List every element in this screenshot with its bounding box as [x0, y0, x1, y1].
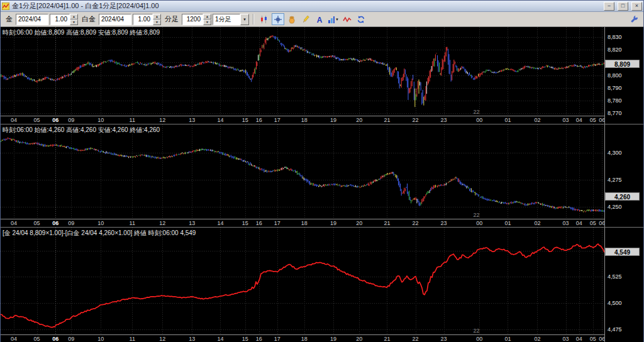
platinum-chart-panel: 時刻:06:00 始値:4,260 高値:4,260 安値:4,260 終値:4… [1, 124, 643, 228]
x-axis-label: 17 [273, 336, 282, 342]
last-price-badge: 4,260 [605, 192, 640, 201]
toolbar: 金 2024/04 1.00 ▲ ▼ 白金 2024/04 1.00 ▲ ▼ 分… [1, 12, 643, 27]
oscillator-chart-button[interactable] [341, 13, 353, 25]
gold-multiplier-field[interactable]: 1.00 [50, 14, 70, 25]
maximize-button[interactable]: □ [618, 2, 628, 11]
platinum-info-line: 時刻:06:00 始値:4,260 高値:4,260 安値:4,260 終値:4… [3, 126, 160, 135]
x-axis-label: 13 [187, 220, 196, 226]
y-axis-label: 4,275 [608, 177, 622, 183]
x-axis-label: 05 [33, 336, 42, 342]
gold-month-field[interactable]: 2024/04 [16, 14, 48, 25]
platinum-x-axis: 0405060910111213141516171819202122230001… [1, 219, 604, 227]
x-axis-label: 03 [562, 220, 570, 226]
x-axis-label: 20 [355, 336, 364, 342]
x-axis-label: 15 [241, 336, 250, 342]
y-axis-label: 4,500 [608, 300, 622, 306]
close-button[interactable]: × [631, 2, 642, 11]
x-axis-label: 23 [440, 117, 448, 123]
x-axis-label: 17 [273, 220, 282, 226]
spread-info-line: [金 24/04 8,809×1.00]-[白金 24/04 4,260×1.0… [3, 229, 196, 238]
x-axis-label: 04 [575, 336, 584, 342]
wrench-icon [630, 15, 639, 24]
x-axis-label: 21 [382, 220, 391, 226]
y-axis-label: 8,770 [608, 110, 622, 116]
x-axis-label: 06 [597, 336, 604, 342]
x-axis-label: 11 [128, 220, 136, 226]
indicator-menu-button[interactable]: ▼ [327, 13, 340, 25]
pan-hand-icon [287, 15, 296, 24]
x-axis-label: 05 [589, 117, 597, 123]
x-axis-label: 15 [241, 117, 250, 123]
gold-x-axis: 0405060910111213141516171819202122230001… [1, 116, 604, 124]
crosshair-button[interactable] [272, 13, 284, 25]
x-axis-label: 10 [96, 336, 105, 342]
x-axis-label: 21 [382, 336, 391, 342]
x-axis-label: 03 [562, 117, 570, 123]
x-axis-label: 14 [216, 117, 225, 123]
period-dropdown-button[interactable]: ▼ [240, 14, 249, 25]
x-axis-label: 01 [503, 220, 512, 226]
spread-plot-area[interactable]: [金 24/04 8,809×1.00]-[白金 24/04 4,260×1.0… [1, 228, 604, 334]
x-axis-label: 16 [255, 336, 264, 342]
platinum-multiplier-field[interactable]: 1.00 [133, 14, 153, 25]
draw-pencil-button[interactable] [299, 13, 312, 25]
x-axis-label: 18 [300, 117, 309, 123]
settings-wrench-button[interactable] [628, 13, 641, 25]
platinum-multiplier-spinner: 1.00 ▲ ▼ [133, 14, 161, 25]
bar-count-field[interactable]: 1200 [182, 14, 203, 25]
platinum-label: 白金 [82, 14, 96, 24]
period-combobox[interactable]: 1分足 ▼ [213, 14, 249, 25]
text-a-icon: A [315, 15, 324, 24]
gold-y-axis: 8,8308,8208,8108,8008,7908,7808,7708,809 [604, 27, 643, 124]
platinum-plot-area[interactable]: 時刻:06:00 始値:4,260 高値:4,260 安値:4,260 終値:4… [1, 124, 604, 219]
x-axis-label: 04 [9, 336, 18, 342]
x-axis-label: 11 [128, 117, 136, 123]
candlestick-chart-icon [260, 15, 269, 24]
platinum-multiplier-down[interactable]: ▼ [153, 19, 161, 25]
x-axis-label: 12 [158, 336, 167, 342]
text-annotation-button[interactable]: A [313, 13, 326, 25]
minimize-button[interactable]: − [604, 2, 614, 11]
window-title: 金1分足[2024/04]1.00 - 白金1分足[2024/04]1.00 [12, 1, 601, 11]
last-price-badge: 4,549 [605, 248, 640, 256]
x-axis-label: 13 [187, 336, 196, 342]
x-axis-label: 01 [503, 117, 512, 123]
x-axis-label: 02 [533, 117, 541, 123]
x-axis-label: 06 [597, 220, 604, 226]
x-axis-label: 15 [241, 220, 250, 226]
oscillator-icon [343, 15, 352, 24]
x-axis-label: 04 [575, 220, 584, 226]
x-axis-label: 22 [411, 336, 420, 342]
x-axis-label: 06 [597, 117, 604, 123]
y-axis-label: 8,800 [608, 72, 622, 79]
x-axis-label: 14 [216, 336, 225, 342]
candlestick-chart-button[interactable] [258, 13, 270, 25]
gold-multiplier-up[interactable]: ▲ [70, 14, 78, 19]
bar-count-spinner: 1200 ▲ ▼ [182, 14, 211, 25]
x-axis-label: 05 [589, 336, 597, 342]
spread-chart-panel: [金 24/04 8,809×1.00]-[白金 24/04 4,260×1.0… [1, 228, 643, 342]
x-axis-label: 20 [355, 117, 364, 123]
date-marker: 22 [473, 212, 479, 218]
x-axis-label: 02 [533, 220, 541, 226]
date-marker: 22 [473, 328, 479, 334]
chart-area: 時刻:06:00 始値:8,809 高値:8,809 安値:8,809 終値:8… [1, 27, 643, 342]
x-axis-label: 16 [255, 117, 264, 123]
x-axis-label: 03 [562, 336, 570, 342]
platinum-multiplier-up[interactable]: ▲ [153, 14, 161, 19]
pan-hand-button[interactable] [286, 13, 298, 25]
x-axis-label: 11 [128, 336, 136, 342]
bar-count-up[interactable]: ▲ [203, 14, 211, 19]
gold-multiplier-spinner: 1.00 ▲ ▼ [50, 14, 78, 25]
bar-count-down[interactable]: ▼ [203, 19, 211, 25]
x-axis-label: 05 [33, 220, 42, 226]
title-bar: 金1分足[2024/04]1.00 - 白金1分足[2024/04]1.00 −… [1, 1, 643, 12]
gold-chart-panel: 時刻:06:00 始値:8,809 高値:8,809 安値:8,809 終値:8… [1, 27, 643, 124]
platinum-month-field[interactable]: 2024/04 [99, 14, 131, 25]
gold-plot-area[interactable]: 時刻:06:00 始値:8,809 高値:8,809 安値:8,809 終値:8… [1, 27, 604, 116]
gold-multiplier-down[interactable]: ▼ [70, 19, 78, 25]
x-axis-label: 22 [411, 220, 420, 226]
refresh-button[interactable] [355, 13, 367, 25]
y-axis-label: 8,790 [608, 85, 622, 91]
gold-label: 金 [6, 14, 13, 24]
